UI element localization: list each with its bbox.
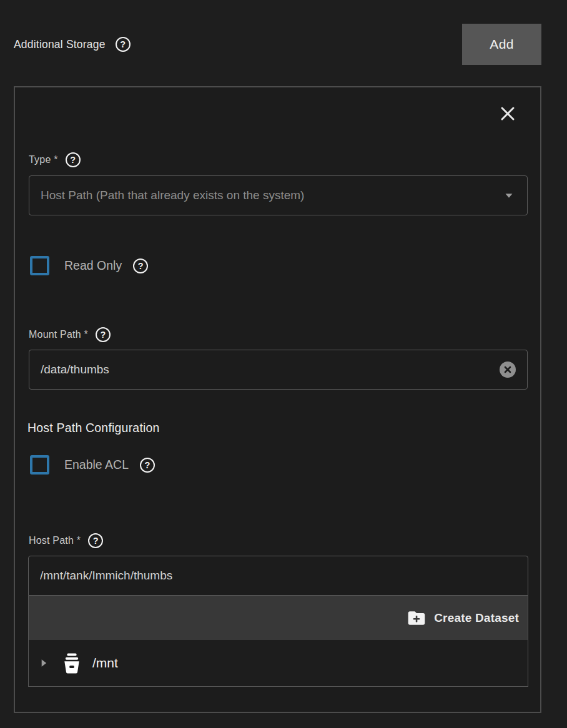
storage-item-card: Type * ? Host Path (Path that already ex… — [14, 86, 541, 713]
read-only-checkbox[interactable] — [30, 256, 49, 275]
mount-path-input[interactable] — [41, 363, 500, 376]
host-path-label: Host Path * — [29, 535, 81, 546]
type-label-row: Type * ? — [29, 152, 81, 168]
type-help-icon[interactable]: ? — [66, 152, 81, 167]
folder-plus-icon — [407, 608, 426, 628]
create-dataset-label: Create Dataset — [434, 611, 519, 625]
type-select[interactable]: Host Path (Path that already exists on t… — [29, 175, 528, 215]
mount-path-field-box — [29, 350, 528, 390]
section-title: Additional Storage — [14, 38, 106, 51]
caret-right-icon[interactable] — [37, 657, 50, 669]
chevron-down-triangle-icon — [502, 189, 516, 202]
mount-path-label-row: Mount Path * ? — [29, 327, 111, 343]
host-path-explorer: Create Dataset /mnt — [28, 596, 528, 687]
type-label: Type * — [29, 154, 58, 165]
create-dataset-button[interactable]: Create Dataset — [29, 596, 528, 640]
read-only-help-icon[interactable]: ? — [133, 258, 148, 273]
close-x-icon — [498, 104, 517, 123]
mount-path-help-icon[interactable]: ? — [96, 327, 111, 342]
host-path-help-icon[interactable]: ? — [88, 533, 103, 548]
type-select-value: Host Path (Path that already exists on t… — [41, 189, 497, 202]
tree-node-mnt[interactable]: /mnt — [29, 640, 528, 686]
mount-path-label: Mount Path * — [29, 329, 88, 340]
mount-path-clear-button[interactable] — [500, 362, 516, 378]
add-button[interactable]: Add — [462, 24, 541, 65]
host-path-config-heading: Host Path Configuration — [27, 421, 160, 435]
read-only-label: Read Only — [64, 258, 122, 273]
enable-acl-row: Enable ACL ? — [30, 455, 155, 475]
enable-acl-checkbox[interactable] — [30, 455, 49, 475]
close-button[interactable] — [498, 104, 518, 124]
additional-storage-screen: Additional Storage ? Add Type * ? Host P… — [0, 0, 567, 728]
clear-x-circle-icon — [503, 365, 512, 374]
host-path-label-row: Host Path * ? — [29, 533, 103, 549]
host-path-input[interactable] — [40, 569, 516, 583]
section-help-icon[interactable]: ? — [116, 37, 131, 52]
tree-node-label: /mnt — [92, 656, 118, 671]
enable-acl-label: Enable ACL — [64, 458, 129, 472]
read-only-row: Read Only ? — [30, 256, 148, 275]
host-path-field-box — [28, 556, 528, 596]
dataset-icon — [60, 651, 84, 675]
enable-acl-help-icon[interactable]: ? — [140, 458, 155, 473]
